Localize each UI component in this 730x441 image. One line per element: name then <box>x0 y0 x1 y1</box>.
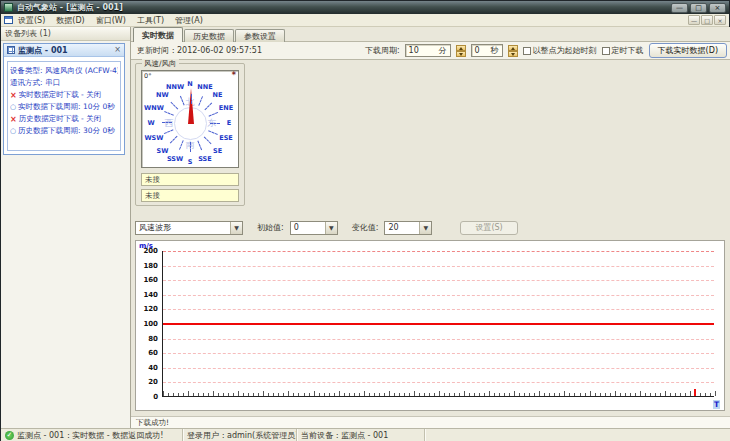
x-tick <box>474 393 475 396</box>
compass-dash <box>197 141 202 151</box>
status-user-segment: 登录用户：admin(系统管理员) <box>183 429 297 441</box>
chevron-down-icon[interactable]: ▼ <box>230 222 242 234</box>
menu-bar: 设置(S)数据(D)窗口(W)工具(T)管理(A) — □ × <box>1 14 729 27</box>
x-tick <box>384 393 385 396</box>
menu-item[interactable]: 设置(S) <box>18 15 45 26</box>
compass-dash <box>191 94 192 104</box>
wind-speed-field: 未接 <box>141 173 239 186</box>
update-time-label: 更新时间： <box>137 45 177 56</box>
x-tick <box>554 393 555 396</box>
x-tick <box>248 393 249 396</box>
device-grid-icon <box>7 46 15 54</box>
success-check-icon: ✓ <box>5 431 14 440</box>
timer-download-checkbox[interactable]: 定时下载 <box>602 45 644 56</box>
device-status-line: ○历史数据下载周期: 30分 0秒 <box>10 125 118 137</box>
tab[interactable]: 参数设置 <box>235 29 285 42</box>
set-button[interactable]: 设置(S) <box>460 221 517 235</box>
compass-direction-label: ESE <box>219 134 233 142</box>
x-tick <box>595 393 596 396</box>
seconds-stepper[interactable] <box>508 45 518 57</box>
waveform-select[interactable]: 风速波形 ▼ <box>135 221 243 235</box>
x-tick <box>569 393 570 396</box>
device-list-header: 设备列表 (1) <box>1 27 130 41</box>
x-tick <box>590 391 591 396</box>
mdi-minimize-button[interactable]: — <box>688 15 700 25</box>
device-status-text: 实时数据下载周期: 10分 0秒 <box>18 102 115 112</box>
mdi-close-button[interactable]: × <box>714 15 726 25</box>
x-tick <box>183 393 184 396</box>
wind-direction-field: 未接 <box>141 189 239 202</box>
x-tick <box>700 393 701 396</box>
y-tick-label: 80 <box>136 335 158 343</box>
body-area: 设备列表 (1) 监测点 - 001 × 设备类型: 风速风向仪 (ACFW-4… <box>1 27 730 428</box>
x-tick <box>258 393 259 396</box>
compass-direction-label: NW <box>156 91 169 99</box>
minutes-stepper[interactable] <box>456 45 466 57</box>
x-tick <box>574 393 575 396</box>
x-tick <box>253 393 254 396</box>
x-tick <box>278 393 279 396</box>
chevron-down-icon[interactable]: ▼ <box>325 222 337 234</box>
mdi-child-icon[interactable] <box>4 16 13 24</box>
delta-value-select[interactable]: 20 ▼ <box>384 221 432 235</box>
close-button[interactable]: × <box>709 3 726 13</box>
status-device-segment: 当前设备：监测点 - 001 <box>297 429 425 441</box>
maximize-button[interactable]: □ <box>690 3 707 13</box>
x-tick <box>228 393 229 396</box>
x-tick <box>238 391 239 396</box>
compass-direction-label: SW <box>156 147 168 155</box>
device-status-list: 设备类型: 风速风向仪 (ACFW-4)通讯方式: 串口×实时数据定时下载 - … <box>7 61 121 151</box>
x-tick <box>213 391 214 396</box>
menu-item[interactable]: 工具(T) <box>137 15 164 26</box>
x-tick <box>288 391 289 396</box>
x-tick <box>319 393 320 396</box>
seconds-field[interactable]: 0 秒 <box>471 44 503 57</box>
minimize-button[interactable]: — <box>671 3 688 13</box>
gridline <box>163 353 714 354</box>
minutes-field[interactable]: 10 分 <box>405 44 451 57</box>
waveform-select-value: 风速波形 <box>139 222 171 233</box>
panel-close-icon[interactable]: × <box>114 46 121 54</box>
realtime-content: 风速/风向 0° * 北 南 西 东 NNNENEENEEESESESSESSS… <box>131 60 730 428</box>
device-panel-title[interactable]: 监测点 - 001 × <box>4 44 124 57</box>
compass-dash <box>164 111 174 116</box>
wind-group-title: 风速/风向 <box>142 59 179 69</box>
x-tick <box>329 393 330 396</box>
init-value-select[interactable]: 0 ▼ <box>290 221 338 235</box>
device-panel[interactable]: 监测点 - 001 × 设备类型: 风速风向仪 (ACFW-4)通讯方式: 串口… <box>3 43 125 155</box>
x-tick <box>389 391 390 396</box>
align-hour-checkbox-box[interactable] <box>523 47 531 55</box>
x-tick <box>434 393 435 396</box>
minutes-down-icon[interactable] <box>456 51 466 57</box>
y-tick-label: 100 <box>136 320 158 328</box>
menu-item[interactable]: 窗口(W) <box>96 15 126 26</box>
mdi-restore-button[interactable]: □ <box>701 15 713 25</box>
x-tick <box>499 393 500 396</box>
align-hour-checkbox[interactable]: 以整点为起始时刻 <box>523 45 597 56</box>
seconds-down-icon[interactable] <box>508 51 518 57</box>
delta-value: 20 <box>388 223 398 232</box>
x-tick <box>469 393 470 396</box>
x-tick <box>559 393 560 396</box>
x-tick <box>534 393 535 396</box>
tab[interactable]: 历史数据 <box>184 29 234 42</box>
menu-item[interactable]: 管理(A) <box>175 15 203 26</box>
menu-item[interactable]: 数据(D) <box>56 15 84 26</box>
x-tick <box>399 393 400 396</box>
x-tick <box>539 391 540 396</box>
compass-direction-label: E <box>227 119 231 127</box>
x-tick <box>509 393 510 396</box>
clock-icon: ○ <box>10 103 16 111</box>
compass-direction-label: NNW <box>166 83 184 91</box>
compass-direction-label: NE <box>213 91 223 99</box>
timer-download-checkbox-box[interactable] <box>602 47 610 55</box>
tab[interactable]: 实时数据 <box>133 27 183 42</box>
x-tick <box>298 393 299 396</box>
download-realtime-button[interactable]: 下载实时数据(D) <box>649 43 727 58</box>
x-tick <box>519 393 520 396</box>
chart-plot-area <box>162 251 714 397</box>
x-tick <box>605 393 606 396</box>
chevron-down-icon[interactable]: ▼ <box>419 222 431 234</box>
gridline <box>163 382 714 383</box>
chart-y-tick-labels: 020406080100120140160180200 <box>136 241 160 410</box>
